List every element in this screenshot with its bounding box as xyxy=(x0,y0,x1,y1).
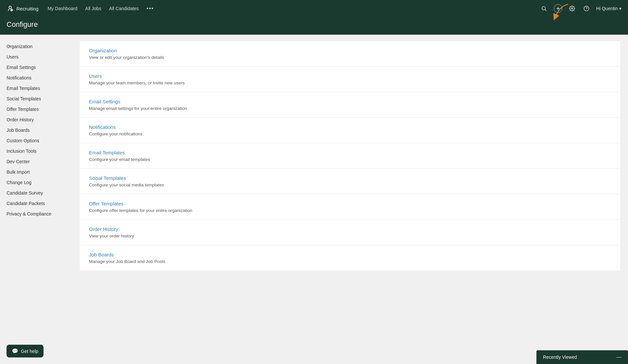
sidebar-item-users[interactable]: Users xyxy=(0,52,72,62)
content-item-users: Users Manage your team members, or invit… xyxy=(80,67,620,92)
sidebar-item-change-log[interactable]: Change Log xyxy=(0,177,72,188)
nav-all-candidates[interactable]: All Candidates xyxy=(109,6,139,11)
sidebar-item-order-history[interactable]: Order History xyxy=(0,114,72,125)
content-card: Organization View or edit your organizat… xyxy=(80,41,620,270)
svg-point-6 xyxy=(571,8,573,9)
content-item-job-boards: Job Boards Manage your Job Board and Job… xyxy=(80,245,620,270)
user-chevron-icon: ▾ xyxy=(619,6,621,11)
content-desc-notifications: Configure your notifications xyxy=(89,131,611,136)
minimize-icon[interactable]: — xyxy=(616,354,621,360)
content-item-order-history: Order History View your order history xyxy=(80,220,620,245)
content-item-email-settings: Email Settings Manage email settings for… xyxy=(80,92,620,118)
content-link-email-templates[interactable]: Email Templates xyxy=(89,150,611,155)
content-desc-email-settings: Manage email settings for your entire or… xyxy=(89,106,611,111)
sidebar-item-social-templates[interactable]: Social Templates xyxy=(0,94,72,104)
content-link-social-templates[interactable]: Social Templates xyxy=(89,175,611,181)
recruiting-logo-icon xyxy=(7,5,14,12)
content-item-social-templates: Social Templates Configure your social m… xyxy=(80,169,620,194)
sidebar-item-email-settings[interactable]: Email Settings xyxy=(0,62,72,73)
content-link-offer-templates[interactable]: Offer Templates xyxy=(89,201,611,206)
chat-label: Get help xyxy=(21,349,38,354)
page-header: Configure xyxy=(0,17,628,35)
chat-icon: 💬 xyxy=(12,348,18,354)
content-link-job-boards[interactable]: Job Boards xyxy=(89,252,611,257)
sidebar-item-offer-templates[interactable]: Offer Templates xyxy=(0,104,72,114)
sidebar-item-email-templates[interactable]: Email Templates xyxy=(0,83,72,94)
content-link-users[interactable]: Users xyxy=(89,73,611,79)
nav-more[interactable]: ••• xyxy=(147,6,154,11)
sidebar-item-organization[interactable]: Organization xyxy=(0,41,72,52)
sidebar-item-privacy-compliance[interactable]: Privacy & Compliance xyxy=(0,209,72,219)
main-content: Organization View or edit your organizat… xyxy=(72,35,628,364)
content-link-notifications[interactable]: Notifications xyxy=(89,124,611,130)
search-button[interactable] xyxy=(539,4,549,13)
app-name: Recruiting xyxy=(16,6,39,11)
content-desc-organization: View or edit your organization's details xyxy=(89,55,611,60)
sidebar-item-dev-center[interactable]: Dev Center xyxy=(0,156,72,167)
page-title: Configure xyxy=(7,20,621,29)
nav-links: My Dashboard All Jobs All Candidates ••• xyxy=(48,6,539,11)
content-link-order-history[interactable]: Order History xyxy=(89,226,611,232)
sidebar: Organization Users Email Settings Notifi… xyxy=(0,35,72,364)
nav-my-dashboard[interactable]: My Dashboard xyxy=(48,6,78,11)
content-item-notifications: Notifications Configure your notificatio… xyxy=(80,118,620,143)
app-logo[interactable]: Recruiting xyxy=(7,5,39,12)
content-item-organization: Organization View or edit your organizat… xyxy=(80,41,620,67)
user-greeting: Hi Quentin xyxy=(596,6,618,11)
sidebar-item-job-boards[interactable]: Job Boards xyxy=(0,125,72,135)
content-item-email-templates: Email Templates Configure your email tem… xyxy=(80,143,620,169)
top-nav: Recruiting My Dashboard All Jobs All Can… xyxy=(0,0,628,17)
main-layout: Organization Users Email Settings Notifi… xyxy=(0,35,628,364)
content-link-email-settings[interactable]: Email Settings xyxy=(89,99,611,104)
add-button[interactable] xyxy=(554,4,562,13)
content-link-organization[interactable]: Organization xyxy=(89,48,611,53)
sidebar-item-candidate-packets[interactable]: Candidate Packets xyxy=(0,198,72,209)
content-desc-offer-templates: Configure offer templates for your entir… xyxy=(89,208,611,213)
sidebar-item-inclusion-tools[interactable]: Inclusion Tools xyxy=(0,146,72,156)
content-desc-order-history: View your order history xyxy=(89,234,611,238)
content-desc-job-boards: Manage your Job Board and Job Posts xyxy=(89,259,611,264)
sidebar-item-notifications[interactable]: Notifications xyxy=(0,73,72,83)
content-desc-users: Manage your team members, or invite new … xyxy=(89,80,611,85)
user-menu[interactable]: Hi Quentin ▾ xyxy=(596,6,621,11)
svg-point-0 xyxy=(9,6,11,9)
recently-viewed-title: Recently Viewed xyxy=(543,355,577,360)
content-item-offer-templates: Offer Templates Configure offer template… xyxy=(80,194,620,220)
nav-right: Hi Quentin ▾ xyxy=(539,4,621,13)
svg-line-3 xyxy=(545,9,546,11)
sidebar-item-candidate-survey[interactable]: Candidate Survey xyxy=(0,188,72,198)
recently-viewed-bar[interactable]: Recently Viewed — xyxy=(536,350,628,364)
sidebar-item-bulk-import[interactable]: Bulk Import xyxy=(0,167,72,177)
sidebar-item-custom-options[interactable]: Custom Options xyxy=(0,135,72,146)
content-desc-social-templates: Configure your social media templates xyxy=(89,182,611,187)
help-button[interactable] xyxy=(582,4,591,13)
chat-button[interactable]: 💬 Get help xyxy=(7,345,44,357)
nav-all-jobs[interactable]: All Jobs xyxy=(85,6,101,11)
content-desc-email-templates: Configure your email templates xyxy=(89,157,611,162)
settings-button[interactable] xyxy=(567,4,577,13)
svg-point-2 xyxy=(542,7,546,10)
